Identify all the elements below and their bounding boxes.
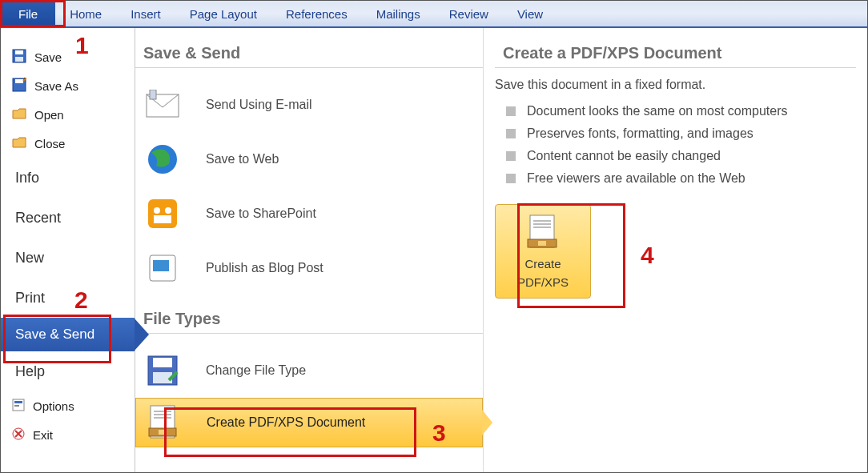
folder-open-icon [12,106,26,123]
blog-icon [143,249,182,287]
section-title-save-send: Save & Send [135,44,483,68]
action-label: Change File Type [206,363,306,378]
bullet-item: Free viewers are available on the Web [495,167,856,190]
sidebar-item-save[interactable]: Save [1,42,135,71]
annotation-callout-2: 2 [74,287,88,314]
envelope-icon [143,86,182,124]
tab-mailings[interactable]: Mailings [362,1,435,26]
svg-rect-6 [14,401,22,403]
sidebar-item-recent[interactable]: Recent [1,198,135,238]
button-label-line1: Create [524,257,561,271]
svg-rect-23 [154,411,171,412]
floppy-pencil-icon [12,78,26,94]
svg-rect-2 [15,57,23,62]
sidebar-item-info[interactable]: Info [1,158,135,198]
bullet-item: Document looks the same on most computer… [495,100,856,122]
sidebar-item-options[interactable]: Options [1,391,135,420]
action-save-web[interactable]: Save to Web [135,132,483,186]
sidebar-item-save-send[interactable]: Save & Send [1,318,135,351]
svg-point-13 [154,207,160,214]
svg-rect-12 [148,199,177,228]
pdf-document-icon [144,403,183,442]
svg-rect-20 [153,358,172,367]
sidebar-item-label: Save As [34,79,78,93]
svg-rect-33 [538,241,546,246]
action-label: Send Using E-mail [206,98,312,112]
bullet-text: Preserves fonts, formatting, and images [527,126,753,141]
details-bullets: Document looks the same on most computer… [495,100,856,190]
svg-rect-7 [14,405,19,407]
svg-rect-10 [150,90,156,99]
action-save-sharepoint[interactable]: Save to SharePoint [135,186,483,241]
bullet-text: Content cannot be easily changed [527,149,721,163]
tab-insert[interactable]: Insert [116,1,175,26]
svg-rect-4 [15,79,23,83]
action-change-file-type[interactable]: Change File Type [135,343,483,398]
tab-review[interactable]: Review [435,1,503,26]
floppy-large-icon [143,351,182,390]
tab-view[interactable]: View [503,1,557,26]
bullet-item: Content cannot be easily changed [495,145,856,167]
pdf-document-large-icon [526,214,560,252]
tab-page-layout[interactable]: Page Layout [175,1,271,26]
svg-rect-25 [154,417,171,419]
sharepoint-icon [143,194,182,233]
sidebar-item-label: Save [34,50,62,64]
action-label: Publish as Blog Post [206,261,323,275]
options-icon [12,399,25,414]
svg-rect-24 [154,414,171,415]
details-column: Create a PDF/XPS Document Save this docu… [484,28,867,472]
action-create-pdf-xps[interactable]: Create PDF/XPS Document [135,398,483,447]
floppy-icon [12,49,26,66]
sidebar-item-close[interactable]: Close [1,129,135,158]
save-send-column: Save & Send Send Using E-mail Save to We… [135,28,484,472]
bullet-item: Preserves fonts, formatting, and images [495,122,856,145]
button-label-line2: PDF/XPS [517,275,569,289]
create-pdf-xps-button[interactable]: Create PDF/XPS [495,204,591,299]
action-label: Create PDF/XPS Document [207,415,365,430]
sidebar-item-label: Close [34,137,65,150]
tab-home[interactable]: Home [55,1,116,26]
section-title-file-types: File Types [135,310,483,334]
folder-close-icon [12,135,26,152]
details-description: Save this document in a fixed format. [495,78,856,92]
svg-rect-16 [154,215,171,223]
ribbon-tabs: File Home Insert Page Layout References … [1,1,867,28]
tab-references[interactable]: References [271,1,362,26]
annotation-callout-1: 1 [75,32,89,59]
details-title: Create a PDF/XPS Document [495,44,856,68]
globe-icon [143,140,182,178]
action-send-email[interactable]: Send Using E-mail [135,78,483,132]
sidebar-item-help[interactable]: Help [1,351,135,391]
sidebar-item-open[interactable]: Open [1,100,135,129]
backstage-sidebar: Save Save As Open Close Info Recent New … [1,28,135,472]
sidebar-item-print[interactable]: Print [1,278,135,318]
sidebar-item-label: Options [33,399,74,413]
action-label: Save to SharePoint [206,206,316,221]
svg-point-14 [165,207,171,214]
exit-icon [12,427,25,443]
action-label: Save to Web [206,152,279,166]
svg-rect-18 [153,260,169,271]
svg-rect-27 [159,430,167,435]
sidebar-item-new[interactable]: New [1,238,135,278]
sidebar-item-label: Open [34,108,64,122]
bullet-text: Document looks the same on most computer… [527,104,787,118]
svg-rect-31 [533,226,551,228]
sidebar-item-label: Exit [33,428,53,442]
action-publish-blog[interactable]: Publish as Blog Post [135,241,483,295]
svg-rect-29 [533,220,551,222]
tab-file[interactable]: File [1,1,55,26]
sidebar-item-save-as[interactable]: Save As [1,71,135,100]
annotation-callout-3: 3 [432,419,446,447]
svg-rect-1 [15,50,23,54]
annotation-callout-4: 4 [641,242,654,269]
sidebar-item-label: Save & Send [15,327,94,343]
bullet-text: Free viewers are available on the Web [527,171,745,186]
svg-rect-30 [533,223,551,225]
sidebar-item-exit[interactable]: Exit [1,420,135,449]
